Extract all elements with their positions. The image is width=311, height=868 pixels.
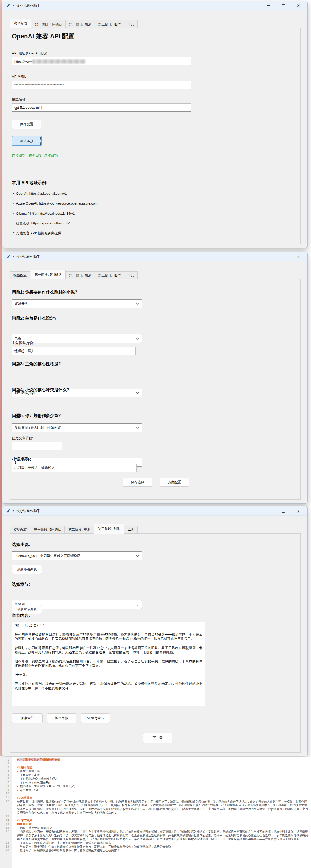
tab-model-config[interactable]: 模型配置 [10,19,31,28]
occupation-input[interactable]: 螺蛳粉主理人 [12,347,136,355]
md-list-item: 悬念钩子：神秘侍从品尝螺蛳粉后竟默不作声，背后隐藏的真相是否会被揭露？ [20,849,120,852]
custom-chapters-input[interactable] [12,442,62,451]
example-azure: Azure OpenAI: https://your-resource.open… [16,202,98,205]
minimize-button[interactable] [261,1,276,10]
list-marker: - [17,826,18,830]
maximize-button[interactable] [276,252,291,261]
tab-stage1[interactable]: 第一阶段: 5问确认 [32,20,65,28]
bullet-icon: • [13,192,14,195]
maximize-button[interactable] [276,506,291,516]
tk-feather-icon [6,254,11,259]
line-number: 8 [0,784,12,788]
window-controls: × [261,1,306,10]
titlebar[interactable]: 中文小说创作助手 × [2,1,307,10]
line-number: 19 [0,845,12,849]
tab-tools[interactable]: 工具 [124,20,138,28]
api-key-input[interactable]: ********************************** [12,81,191,89]
tab-stage3[interactable]: 第三阶段: 创作 [95,271,124,279]
editor-line: 7-主角性格：帅气阳光开朗 [0,781,311,785]
md-list-item: 内容概要：小刀在一片破败的旧巷醒来，发现自己重生在十年前的柳州城边陲。他记起前世… [17,830,308,841]
list-marker: - [17,788,18,792]
editor-line: 14## 章节规划 [0,818,311,823]
chapter-content-textarea[interactable]: “那一刀，是谁？！” 尖利的声音在破败的巷口炸开，跟着便是沉重的踏步声和金铁的碰… [12,622,205,707]
line-number: 15 [0,822,12,826]
list-marker: - [17,777,18,780]
tab-stage3[interactable]: 第三阶段: 创作 [95,20,124,28]
bullet-icon: • [13,211,14,216]
tab-stage2[interactable]: 第二阶段: 规划 [66,271,94,279]
q1-genre-select[interactable]: 穿越开店 [12,299,142,308]
select-novel-label: 选择小说: [12,542,30,548]
editor-line: 2 [0,762,311,766]
model-name-input[interactable]: gpt-5.1-codex-mini [12,103,191,112]
outline-editor[interactable]: 1# 小刀重生穿越之开螺蛳粉店 大纲 2 3## 基本信息 4-题材：穿越开店 … [0,757,311,868]
q2-label: 问题2: 主角是什么设定? [12,316,56,321]
chevron-down-icon [136,303,139,305]
close-button[interactable]: × [291,506,306,516]
chapter-paragraph: “那一刀，是谁？！” [15,623,202,628]
chevron-down-icon [136,555,139,557]
chapter-paragraph: 尖利的声音在破败的巷口炸开，跟着便是沉重的踏步声和金铁的碰撞。随之跌落的是一个血… [15,632,202,641]
q2-value: 老板 [15,336,21,341]
minimize-button[interactable] [261,506,276,516]
test-connection-button[interactable]: 测试连接 [12,136,42,146]
maximize-button[interactable] [276,1,291,10]
refresh-novels-button[interactable]: 刷新小说列表 [12,565,42,574]
md-list-item: 章节数量：1章 [20,788,38,792]
minimize-icon [267,5,270,6]
chapter-paragraph: 他睁开眼，视线里出现了熟悉而又陌生的柳州旧巷。十年前！他重生了。看了看自己壮实的… [15,659,202,668]
editor-line: 16-标题：重生之味·初开粉店 [0,826,311,830]
list-marker: - [17,841,18,844]
next-chapter-button[interactable]: 下一章 [143,733,172,743]
tab-bar: 模型配置 第一阶段: 5问确认 第二阶段: 规划 第三阶段: 创作 工具 [10,524,138,533]
model-name-value: gpt-5.1-codex-mini [14,105,42,110]
line-number: 4 [0,769,12,773]
save-selection-button[interactable]: 保存选择 [122,477,152,487]
save-chapter-button[interactable]: 保存章节 [12,713,43,723]
tab-stage3[interactable]: 第三阶段: 创作 [94,524,124,533]
list-marker: - [17,785,18,788]
editor-line: 18-主要场景：柳州城边陲旧巷、小刀新开的螺蛳粉店、黄昏人声鼎沸的集市 [0,841,311,845]
novel-name-label: 小说名称: [12,456,31,462]
novel-select[interactable]: 20260316_001 - 小刀重生穿越之开螺蛳粉店 [12,551,142,560]
editor-line: 3## 基本信息 [0,766,311,769]
editor-line: 20-悬念钩子：神秘侍从品尝螺蛳粉后竟默不作声，背后隐藏的真相是否会被揭露？ [0,848,311,852]
tab-tools[interactable]: 工具 [124,271,138,279]
word-count-button[interactable]: 检查字数 [47,713,77,723]
md-heading: ## 基本信息 [12,766,311,769]
tab-tools[interactable]: 工具 [124,526,138,533]
api-url-label: API 地址 (OpenAI 兼容) : [12,51,49,56]
bullet-icon: • [13,221,14,226]
save-config-button[interactable]: 保存配置 [12,120,41,129]
q4-conflict-select[interactable]: 复仇雪恨 (复仇计划、伸张正义) [12,423,142,432]
window-title: 中文小说创作助手 [13,3,40,8]
tab-stage2[interactable]: 第二阶段: 规划 [65,526,93,533]
q3-label: 问题3: 主角的核心性格是? [12,362,61,367]
chevron-down-icon [136,338,139,340]
close-button[interactable]: × [291,1,306,10]
titlebar[interactable]: 中文小说创作助手 × [2,506,307,516]
history-config-button[interactable]: 历史配置 [160,477,189,487]
minimize-button[interactable] [261,252,276,261]
refresh-chapters-button[interactable]: 刷新章节列表 [12,605,42,614]
novel-name-value: 小刀重生穿越之开螺蛳粉店 [14,465,55,470]
tab-model-config[interactable]: 模型配置 [10,526,30,533]
novel-name-input[interactable]: 小刀重生穿越之开螺蛳粉店 [12,464,137,472]
maximize-icon [282,4,285,7]
tab-stage1[interactable]: 第一阶段: 5问确认 [31,526,64,533]
tab-stage1[interactable]: 第一阶段: 5问确认 [31,270,65,279]
line-number: 13 [0,815,12,818]
close-button[interactable]: × [291,252,306,261]
line-number: 16 [0,826,12,830]
md-list-item: 核心冲突：复仇雪恨（复仇计划、伸张正义） [20,785,77,788]
window-title: 中文小说创作助手 [13,509,40,513]
api-url-input[interactable]: https://www [12,57,191,65]
chapter-paragraph: 声音被他压在喉间。过去的一切未曾远去，冤屈、背叛、那张面目狰狞的赵斌。如今柳州的… [15,681,202,690]
ai-continue-button[interactable]: AI 续写章节 [81,713,110,723]
novel-select-value: 20260316_001 - 小刀重生穿越之开螺蛳粉店 [15,554,80,558]
tab-model-config[interactable]: 模型配置 [10,271,30,279]
tab-stage2[interactable]: 第二阶段: 规划 [66,20,94,28]
minimize-icon [267,511,270,511]
md-list-item: 主要场景：柳州城边陲旧巷、小刀新开的螺蛳粉店、黄昏人声鼎沸的集市 [20,841,111,844]
titlebar[interactable]: 中文小说创作助手 × [2,252,307,261]
